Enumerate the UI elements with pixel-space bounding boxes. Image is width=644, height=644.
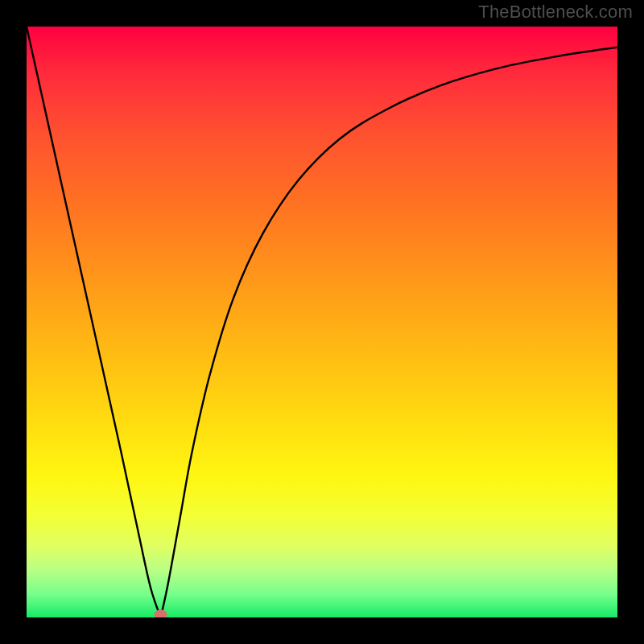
optimum-marker [155, 609, 167, 617]
bottleneck-curve [27, 27, 617, 617]
watermark-text: TheBottleneck.com [478, 2, 633, 23]
chart-frame: TheBottleneck.com [0, 0, 644, 644]
plot-area [27, 27, 617, 617]
